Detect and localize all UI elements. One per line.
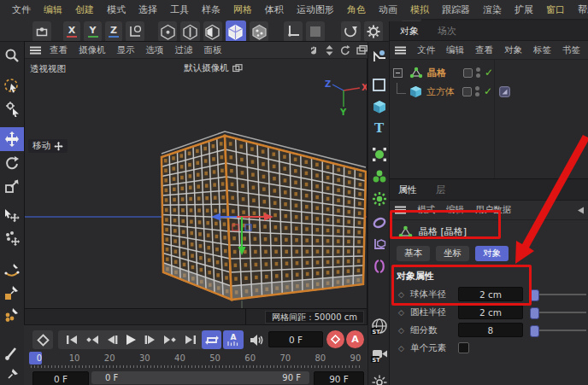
timeline-ruler[interactable]: 0 10 20 30 40 50 60 70 80 90 xyxy=(31,352,364,365)
tab-layers[interactable]: 层 xyxy=(436,184,445,196)
am-menu-mode[interactable]: 模式 xyxy=(417,204,435,216)
tab-coord[interactable]: 坐标 xyxy=(436,246,469,261)
viewport-menu-cameras[interactable]: 摄像机 xyxy=(79,44,106,56)
tab-basic[interactable]: 基本 xyxy=(397,246,430,261)
current-frame-field[interactable]: 0 F xyxy=(268,331,323,347)
spline-pen-tool[interactable] xyxy=(2,283,22,303)
spline-pen-icon[interactable] xyxy=(370,47,388,65)
object-row-cube[interactable]: 立方体 ✓ xyxy=(390,83,588,100)
zoom-tool[interactable] xyxy=(2,45,22,66)
am-menu-userdata[interactable]: 用户数据 xyxy=(475,204,511,216)
spline-point-tool[interactable] xyxy=(2,305,22,325)
lattice-deformer-icon[interactable] xyxy=(370,190,388,207)
move-tool[interactable] xyxy=(0,127,24,151)
toggle-single-view-icon[interactable] xyxy=(356,45,368,55)
text-object-icon[interactable]: T xyxy=(370,119,388,137)
cylinder-radius-input[interactable]: 2 cm xyxy=(458,305,523,319)
viewport-menu-filter[interactable]: 过滤 xyxy=(175,44,193,56)
tab-object[interactable]: 对象 xyxy=(475,246,509,261)
viewport-hamburger-icon[interactable] xyxy=(30,46,41,55)
keyable-diamond-icon-4[interactable]: ◇ xyxy=(398,344,404,353)
viewport-menu-panel[interactable]: 面板 xyxy=(204,44,222,56)
subdivision-surface-icon[interactable] xyxy=(370,145,388,163)
lattice-cube-object[interactable] xyxy=(25,58,367,308)
x-axis-lock-button[interactable]: X xyxy=(63,21,80,42)
loop-playback-button[interactable] xyxy=(202,330,221,349)
y-axis-lock-button[interactable]: Y xyxy=(84,21,101,42)
enabled-check-icon[interactable]: ✓ xyxy=(485,67,493,79)
goto-start-button[interactable] xyxy=(66,335,78,345)
z-axis-lock-button[interactable]: Z xyxy=(105,21,122,42)
attribute-object-header[interactable]: 晶格 [晶格] xyxy=(390,220,588,243)
goto-end-button[interactable] xyxy=(185,335,197,345)
range-end-field[interactable]: 90 F xyxy=(314,371,364,385)
menu-character[interactable]: 角色 xyxy=(345,3,368,16)
live-selection-tool[interactable] xyxy=(2,76,22,96)
edges-mode-button[interactable] xyxy=(180,21,199,42)
workplane-lock-icon[interactable] xyxy=(306,21,325,42)
tab-objects[interactable]: 对象 xyxy=(400,25,419,38)
snap-move-tool[interactable] xyxy=(2,228,22,248)
coordinate-system-icon[interactable] xyxy=(341,21,360,42)
tweak-tool[interactable] xyxy=(2,98,22,119)
pen-tool[interactable] xyxy=(2,365,22,385)
menu-volume[interactable]: 体积 xyxy=(263,3,285,16)
object-row-lattice[interactable]: 晶格 ✓ xyxy=(390,64,588,81)
om-hamburger-icon[interactable] xyxy=(395,46,406,55)
menu-simulate[interactable]: 模拟 xyxy=(409,3,431,16)
expander-icon[interactable] xyxy=(393,68,403,78)
falloff-axis-icon[interactable] xyxy=(370,235,388,253)
menu-tools[interactable]: 工具 xyxy=(168,3,191,16)
subdivision-input[interactable]: 8 xyxy=(458,323,523,337)
viewport-menu-view[interactable]: 查看 xyxy=(50,44,68,56)
cursor-move-tool[interactable] xyxy=(2,206,22,226)
viewport-menu-options[interactable]: 选项 xyxy=(146,44,164,56)
om-menu-bookmarks[interactable]: 书签 xyxy=(562,44,580,56)
torus-field-icon[interactable] xyxy=(370,213,388,231)
single-element-checkbox[interactable] xyxy=(458,342,469,353)
object-name-cube[interactable]: 立方体 xyxy=(426,85,455,98)
menu-mograph[interactable]: 运动图形 xyxy=(295,3,336,16)
cube-primitive-icon[interactable] xyxy=(370,98,388,116)
om-menu-edit[interactable]: 编辑 xyxy=(446,44,464,56)
keyable-diamond-icon[interactable]: ◇ xyxy=(398,290,404,299)
tab-attributes[interactable]: 属性 xyxy=(398,184,417,196)
am-hamburger-icon[interactable] xyxy=(395,206,406,214)
sketch-material-globe-icon[interactable]: ST xyxy=(370,317,388,337)
symmetry-icon[interactable] xyxy=(370,257,388,275)
texture-mode-button[interactable] xyxy=(250,21,268,42)
menu-animate[interactable]: 动画 xyxy=(377,3,399,16)
polygons-mode-button[interactable] xyxy=(203,21,222,42)
dolly-view-icon[interactable] xyxy=(325,45,334,55)
light-object-icon[interactable] xyxy=(370,373,388,385)
sketch-camera-icon[interactable]: ST xyxy=(370,345,388,365)
menu-file[interactable]: 文件 xyxy=(10,3,32,16)
autokey-record-button[interactable]: A xyxy=(346,330,364,348)
scale-tool[interactable] xyxy=(2,175,22,195)
previous-key-button[interactable] xyxy=(85,335,99,345)
rotate-tool[interactable] xyxy=(2,153,22,173)
menu-render[interactable]: 渲染 xyxy=(481,3,503,16)
menu-window[interactable]: 窗口 xyxy=(544,3,567,16)
enable-toggle-icon[interactable] xyxy=(463,68,473,78)
modeling-settings-gear-icon[interactable] xyxy=(364,21,383,42)
orbit-view-icon[interactable] xyxy=(340,45,350,55)
history-back-icon[interactable] xyxy=(577,207,585,214)
om-menu-objects[interactable]: 对象 xyxy=(504,44,522,56)
workplane-icon[interactable] xyxy=(126,21,144,42)
phong-tag-icon[interactable] xyxy=(499,86,510,97)
play-button[interactable] xyxy=(126,334,137,346)
sphere-radius-slider[interactable] xyxy=(530,294,586,295)
menu-create[interactable]: 创建 xyxy=(74,3,96,16)
axis-modify-icon[interactable] xyxy=(284,21,303,42)
om-menu-view[interactable]: 查看 xyxy=(475,44,493,56)
om-menu-file[interactable]: 文件 xyxy=(417,44,435,56)
spline-rectangle-icon[interactable] xyxy=(370,76,388,94)
spline-arc-pen-tool[interactable] xyxy=(2,260,22,281)
subdivision-slider[interactable] xyxy=(530,330,586,331)
next-key-button[interactable] xyxy=(163,335,177,345)
object-name-lattice[interactable]: 晶格 xyxy=(427,67,446,79)
visibility-dots[interactable] xyxy=(476,67,480,79)
am-menu-edit[interactable]: 编辑 xyxy=(446,204,464,216)
points-mode-button[interactable] xyxy=(158,21,177,42)
